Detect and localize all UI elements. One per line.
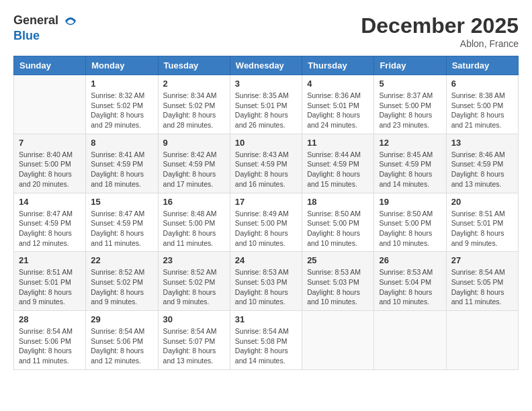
day-info: Sunrise: 8:38 AM Sunset: 5:00 PM Dayligh…	[451, 91, 513, 130]
day-number: 2	[163, 79, 225, 89]
logo: General Blue	[13, 13, 79, 43]
calendar-week-row: 7Sunrise: 8:40 AM Sunset: 5:00 PM Daylig…	[14, 134, 519, 193]
calendar-week-row: 28Sunrise: 8:54 AM Sunset: 5:06 PM Dayli…	[14, 311, 519, 370]
day-number: 12	[379, 138, 441, 148]
day-info: Sunrise: 8:54 AM Sunset: 5:06 PM Dayligh…	[19, 326, 81, 366]
calendar-cell: 9Sunrise: 8:42 AM Sunset: 4:59 PM Daylig…	[158, 134, 230, 193]
logo-general: General	[13, 13, 58, 27]
day-number: 10	[235, 138, 297, 148]
calendar-cell	[302, 311, 374, 370]
calendar-cell: 11Sunrise: 8:44 AM Sunset: 4:59 PM Dayli…	[302, 134, 374, 193]
day-number: 29	[91, 314, 152, 324]
day-number: 21	[19, 255, 81, 265]
calendar-cell	[374, 311, 446, 370]
day-number: 4	[307, 79, 369, 89]
day-info: Sunrise: 8:52 AM Sunset: 5:02 PM Dayligh…	[163, 267, 225, 307]
day-info: Sunrise: 8:41 AM Sunset: 4:59 PM Dayligh…	[91, 150, 152, 189]
calendar-cell: 26Sunrise: 8:53 AM Sunset: 5:04 PM Dayli…	[374, 252, 446, 311]
day-number: 15	[91, 197, 152, 207]
day-number: 3	[235, 79, 297, 89]
weekday-header-row: SundayMondayTuesdayWednesdayThursdayFrid…	[14, 56, 519, 75]
calendar-cell: 17Sunrise: 8:49 AM Sunset: 5:00 PM Dayli…	[230, 193, 302, 252]
calendar-cell: 12Sunrise: 8:45 AM Sunset: 4:59 PM Dayli…	[374, 134, 446, 193]
calendar-cell: 6Sunrise: 8:38 AM Sunset: 5:00 PM Daylig…	[446, 75, 518, 134]
weekday-header-saturday: Saturday	[446, 56, 518, 75]
day-info: Sunrise: 8:52 AM Sunset: 5:02 PM Dayligh…	[91, 267, 152, 307]
day-info: Sunrise: 8:46 AM Sunset: 4:59 PM Dayligh…	[451, 150, 513, 189]
day-info: Sunrise: 8:36 AM Sunset: 5:01 PM Dayligh…	[307, 91, 369, 130]
day-number: 14	[19, 197, 81, 207]
calendar-table: SundayMondayTuesdayWednesdayThursdayFrid…	[13, 56, 519, 370]
weekday-header-tuesday: Tuesday	[158, 56, 230, 75]
day-info: Sunrise: 8:50 AM Sunset: 5:00 PM Dayligh…	[307, 209, 369, 248]
day-number: 27	[451, 255, 513, 265]
calendar-week-row: 14Sunrise: 8:47 AM Sunset: 4:59 PM Dayli…	[14, 193, 519, 252]
day-info: Sunrise: 8:54 AM Sunset: 5:06 PM Dayligh…	[91, 326, 152, 366]
day-number: 18	[307, 197, 369, 207]
day-number: 26	[379, 255, 441, 265]
day-info: Sunrise: 8:51 AM Sunset: 5:01 PM Dayligh…	[451, 209, 513, 248]
day-number: 16	[163, 197, 225, 207]
calendar-cell: 21Sunrise: 8:51 AM Sunset: 5:01 PM Dayli…	[14, 252, 86, 311]
calendar-week-row: 1Sunrise: 8:32 AM Sunset: 5:02 PM Daylig…	[14, 75, 519, 134]
day-info: Sunrise: 8:37 AM Sunset: 5:00 PM Dayligh…	[379, 91, 441, 130]
calendar-cell: 29Sunrise: 8:54 AM Sunset: 5:06 PM Dayli…	[86, 311, 158, 370]
calendar-cell: 18Sunrise: 8:50 AM Sunset: 5:00 PM Dayli…	[302, 193, 374, 252]
day-number: 11	[307, 138, 369, 148]
calendar-cell: 30Sunrise: 8:54 AM Sunset: 5:07 PM Dayli…	[158, 311, 230, 370]
weekday-header-thursday: Thursday	[302, 56, 374, 75]
calendar-cell	[14, 75, 86, 134]
day-info: Sunrise: 8:35 AM Sunset: 5:01 PM Dayligh…	[235, 91, 297, 130]
calendar-cell: 7Sunrise: 8:40 AM Sunset: 5:00 PM Daylig…	[14, 134, 86, 193]
day-info: Sunrise: 8:54 AM Sunset: 5:07 PM Dayligh…	[163, 326, 225, 366]
day-number: 13	[451, 138, 513, 148]
day-number: 7	[19, 138, 81, 148]
logo-icon	[63, 14, 78, 29]
calendar-cell	[446, 311, 518, 370]
day-info: Sunrise: 8:42 AM Sunset: 4:59 PM Dayligh…	[163, 150, 225, 189]
logo-blue: Blue	[13, 29, 40, 42]
day-info: Sunrise: 8:53 AM Sunset: 5:03 PM Dayligh…	[307, 267, 369, 307]
day-number: 23	[163, 255, 225, 265]
day-info: Sunrise: 8:47 AM Sunset: 4:59 PM Dayligh…	[91, 209, 152, 248]
day-number: 24	[235, 255, 297, 265]
calendar-cell: 23Sunrise: 8:52 AM Sunset: 5:02 PM Dayli…	[158, 252, 230, 311]
day-number: 17	[235, 197, 297, 207]
day-info: Sunrise: 8:53 AM Sunset: 5:03 PM Dayligh…	[235, 267, 297, 307]
day-number: 5	[379, 79, 441, 89]
day-info: Sunrise: 8:54 AM Sunset: 5:08 PM Dayligh…	[235, 326, 297, 366]
day-info: Sunrise: 8:43 AM Sunset: 4:59 PM Dayligh…	[235, 150, 297, 189]
calendar-cell: 20Sunrise: 8:51 AM Sunset: 5:01 PM Dayli…	[446, 193, 518, 252]
calendar-cell: 10Sunrise: 8:43 AM Sunset: 4:59 PM Dayli…	[230, 134, 302, 193]
calendar-cell: 5Sunrise: 8:37 AM Sunset: 5:00 PM Daylig…	[374, 75, 446, 134]
day-info: Sunrise: 8:44 AM Sunset: 4:59 PM Dayligh…	[307, 150, 369, 189]
day-info: Sunrise: 8:32 AM Sunset: 5:02 PM Dayligh…	[91, 91, 152, 130]
calendar-cell: 15Sunrise: 8:47 AM Sunset: 4:59 PM Dayli…	[86, 193, 158, 252]
calendar-week-row: 21Sunrise: 8:51 AM Sunset: 5:01 PM Dayli…	[14, 252, 519, 311]
day-number: 1	[91, 79, 152, 89]
calendar-cell: 24Sunrise: 8:53 AM Sunset: 5:03 PM Dayli…	[230, 252, 302, 311]
day-number: 9	[163, 138, 225, 148]
day-info: Sunrise: 8:53 AM Sunset: 5:04 PM Dayligh…	[379, 267, 441, 307]
month-year: December 2025	[361, 13, 519, 38]
calendar-cell: 8Sunrise: 8:41 AM Sunset: 4:59 PM Daylig…	[86, 134, 158, 193]
weekday-header-monday: Monday	[86, 56, 158, 75]
day-info: Sunrise: 8:54 AM Sunset: 5:05 PM Dayligh…	[451, 267, 513, 307]
day-number: 25	[307, 255, 369, 265]
day-info: Sunrise: 8:48 AM Sunset: 5:00 PM Dayligh…	[163, 209, 225, 248]
location: Ablon, France	[361, 38, 519, 49]
day-number: 22	[91, 255, 152, 265]
day-info: Sunrise: 8:34 AM Sunset: 5:02 PM Dayligh…	[163, 91, 225, 130]
weekday-header-sunday: Sunday	[14, 56, 86, 75]
logo-text: General Blue	[13, 13, 79, 43]
day-info: Sunrise: 8:47 AM Sunset: 4:59 PM Dayligh…	[19, 209, 81, 248]
day-info: Sunrise: 8:51 AM Sunset: 5:01 PM Dayligh…	[19, 267, 81, 307]
title-block: December 2025 Ablon, France	[361, 13, 519, 49]
calendar-cell: 28Sunrise: 8:54 AM Sunset: 5:06 PM Dayli…	[14, 311, 86, 370]
calendar-cell: 22Sunrise: 8:52 AM Sunset: 5:02 PM Dayli…	[86, 252, 158, 311]
calendar-cell: 27Sunrise: 8:54 AM Sunset: 5:05 PM Dayli…	[446, 252, 518, 311]
calendar-cell: 14Sunrise: 8:47 AM Sunset: 4:59 PM Dayli…	[14, 193, 86, 252]
weekday-header-friday: Friday	[374, 56, 446, 75]
calendar-cell: 31Sunrise: 8:54 AM Sunset: 5:08 PM Dayli…	[230, 311, 302, 370]
calendar-cell: 25Sunrise: 8:53 AM Sunset: 5:03 PM Dayli…	[302, 252, 374, 311]
